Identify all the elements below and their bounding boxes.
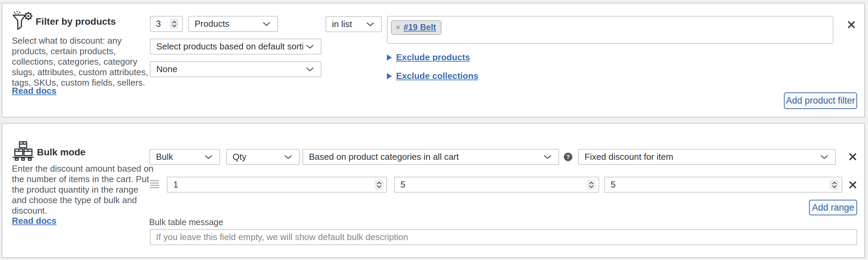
stepper-control[interactable] xyxy=(830,179,839,190)
chevron-down-icon xyxy=(172,24,177,27)
chevron-down-icon xyxy=(366,22,374,27)
read-docs-link[interactable]: Read docs xyxy=(12,216,57,226)
product-type-select[interactable]: Products xyxy=(188,16,278,32)
product-sorting-select[interactable]: Select products based on default sorting xyxy=(150,39,321,55)
stepper-control[interactable] xyxy=(170,19,179,29)
chevron-down-icon xyxy=(262,22,271,26)
panel-description: Enter the discount amount based on the n… xyxy=(12,164,161,216)
chevron-down-icon xyxy=(306,67,314,72)
triangle-right-icon xyxy=(387,55,392,61)
chevron-down-icon xyxy=(204,155,213,159)
close-icon xyxy=(849,153,856,160)
bulk-table-message-input[interactable] xyxy=(150,229,857,245)
range-from-input[interactable] xyxy=(173,179,214,190)
selected-products-box[interactable]: × #19 Belt xyxy=(387,16,833,44)
chevron-down-icon xyxy=(377,185,381,188)
bulk-based-on-select[interactable]: Based on product categories in all cart xyxy=(302,149,559,165)
chevron-down-icon xyxy=(306,44,314,49)
panel-title: Filter by products xyxy=(36,16,116,27)
help-icon[interactable]: ? xyxy=(564,153,572,161)
product-chip-link[interactable]: #19 Belt xyxy=(403,22,436,32)
chevron-down-icon xyxy=(589,185,594,188)
exclude-products-toggle[interactable]: Exclude products xyxy=(387,52,470,63)
bulk-mode-panel: Bulk mode Enter the discount amount base… xyxy=(2,123,865,258)
product-chip: × #19 Belt xyxy=(391,20,441,35)
range-from-input-group xyxy=(167,177,387,193)
stepper-control[interactable] xyxy=(587,179,596,190)
additional-filter-select[interactable]: None xyxy=(150,61,321,77)
chevron-down-icon xyxy=(832,185,837,188)
triangle-right-icon xyxy=(387,73,392,79)
chevron-down-icon xyxy=(820,155,828,159)
read-docs-link[interactable]: Read docs xyxy=(12,86,57,96)
close-icon xyxy=(848,21,855,28)
panel-description: Select what to discount: any products, c… xyxy=(12,36,161,88)
remove-bulk-panel-button[interactable] xyxy=(847,151,859,163)
remove-range-button[interactable] xyxy=(847,179,859,191)
range-value-input[interactable] xyxy=(611,179,651,190)
product-count-input[interactable] xyxy=(156,19,170,29)
bulk-boxes-icon xyxy=(12,140,34,162)
range-to-input-group xyxy=(394,177,599,193)
chevron-down-icon xyxy=(544,155,552,159)
range-value-input-group xyxy=(604,177,842,193)
filter-by-products-panel: Filter by products Select what to discou… xyxy=(2,3,865,117)
chevron-up-icon xyxy=(832,181,837,185)
range-to-input[interactable] xyxy=(400,179,441,190)
close-icon xyxy=(849,181,856,189)
bulk-discount-type-select[interactable]: Fixed discount for item xyxy=(578,149,836,165)
bulk-table-message-label: Bulk table message xyxy=(149,217,223,227)
bulk-measure-select[interactable]: Qty xyxy=(226,149,300,165)
filter-funnel-gear-icon xyxy=(12,10,34,32)
chip-remove-icon[interactable]: × xyxy=(396,23,400,31)
exclude-collections-toggle[interactable]: Exclude collections xyxy=(387,71,478,81)
panel-title: Bulk mode xyxy=(37,147,85,158)
chevron-up-icon xyxy=(172,21,177,24)
chevron-down-icon xyxy=(284,155,292,159)
chevron-up-icon xyxy=(377,181,381,185)
product-count-input-group xyxy=(150,16,183,32)
add-range-button[interactable]: Add range xyxy=(809,200,857,215)
remove-filter-panel-button[interactable] xyxy=(845,19,857,31)
bulk-type-select[interactable]: Bulk xyxy=(150,149,220,165)
add-product-filter-button[interactable]: Add product filter xyxy=(784,92,857,109)
drag-handle[interactable] xyxy=(150,180,159,188)
stepper-control[interactable] xyxy=(374,179,383,190)
operator-select[interactable]: in list xyxy=(326,16,382,32)
chevron-up-icon xyxy=(589,181,594,185)
